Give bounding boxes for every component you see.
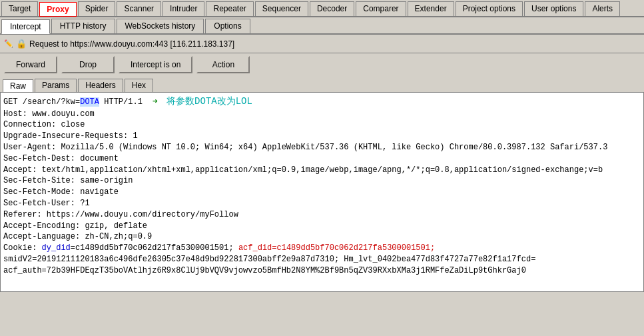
intercept-button[interactable]: Intercept is on <box>119 56 192 73</box>
line-host: Host: www.douyu.com <box>3 109 641 120</box>
line-user-agent: User-Agent: Mozilla/5.0 (Windows NT 10.0… <box>3 142 641 153</box>
tab-spider[interactable]: Spider <box>78 1 116 16</box>
lock-icon: 🔒 <box>16 39 27 49</box>
tab-intruder[interactable]: Intruder <box>162 1 204 16</box>
tab-project-options[interactable]: Project options <box>456 1 523 16</box>
cookie-line2: smidV2=20191211120183a6c496dfe26305c37e4… <box>3 254 641 265</box>
request-kw: DOTA <box>80 97 99 107</box>
subtab-http-history[interactable]: HTTP history <box>51 19 115 33</box>
line-accept-encoding: Accept-Encoding: gzip, deflate <box>3 221 641 232</box>
line-sec-fetch-dest: Sec-Fetch-Dest: document <box>3 153 641 165</box>
tab-user-options[interactable]: User options <box>524 1 583 16</box>
edit-icon[interactable]: ✏️ <box>4 39 13 48</box>
cookie-line: Cookie: dy_did=c1489dd5bf70c062d217fa530… <box>3 243 641 254</box>
line-referer: Referer: https://www.douyu.com/directory… <box>3 209 641 221</box>
request-line-post: HTTP/1.1 <box>99 97 143 107</box>
button-row: Forward Drop Intercept is on Action <box>0 53 644 76</box>
cookie-line3: acf_auth=72b39HFDEqzT35boVAtlhjz6R9x8ClU… <box>3 265 641 277</box>
main-nav: Target Proxy Spider Scanner Intruder Rep… <box>0 0 644 17</box>
cookie-dy-did: dy_did <box>42 243 71 253</box>
line-accept: Accept: text/html,application/xhtml+xml,… <box>3 165 641 176</box>
content-tabs: Raw Params Headers Hex <box>0 76 644 92</box>
tab-repeater[interactable]: Repeater <box>206 1 253 16</box>
line-sec-fetch-site: Sec-Fetch-Site: same-origin <box>3 175 641 187</box>
annotation-arrow: ➜ <box>153 97 158 107</box>
tab-alerts[interactable]: Alerts <box>585 1 620 16</box>
request-line-pre: GET /search/?kw= <box>3 97 80 107</box>
proxy-subtabs: Intercept HTTP history WebSockets histor… <box>0 17 644 35</box>
annotation-text: 将参数DOTA改为LOL <box>166 96 252 107</box>
forward-button[interactable]: Forward <box>4 56 57 73</box>
tab-scanner[interactable]: Scanner <box>117 1 161 16</box>
line-sec-fetch-mode: Sec-Fetch-Mode: navigate <box>3 187 641 198</box>
cookie-acf-did-label: acf_did <box>238 243 272 253</box>
line-upgrade: Upgrade-Insecure-Requests: 1 <box>3 131 641 142</box>
drop-button[interactable]: Drop <box>61 56 115 73</box>
content-tab-raw[interactable]: Raw <box>3 79 33 93</box>
cookie-sep2: =c1489dd5bf70c062d217fa5300001501; <box>272 243 435 253</box>
request-body[interactable]: GET /search/?kw=DOTA HTTP/1.1 ➜ 将参数DOTA改… <box>0 92 644 292</box>
subtab-intercept[interactable]: Intercept <box>1 19 50 34</box>
cookie-label: Cookie: <box>3 243 42 253</box>
toolbar-info: ✏️ 🔒 Request to https://www.douyu.com:44… <box>4 39 640 49</box>
tab-decoder[interactable]: Decoder <box>310 1 354 16</box>
request-info: Request to https://www.douyu.com:443 [11… <box>29 39 234 49</box>
tab-proxy[interactable]: Proxy <box>39 2 76 17</box>
subtab-options[interactable]: Options <box>205 19 250 33</box>
tab-comparer[interactable]: Comparer <box>356 1 406 16</box>
request-first-line: GET /search/?kw=DOTA HTTP/1.1 ➜ 将参数DOTA改… <box>3 95 641 109</box>
action-button[interactable]: Action <box>196 56 250 73</box>
content-tab-hex[interactable]: Hex <box>125 79 153 92</box>
content-tab-headers[interactable]: Headers <box>78 79 123 92</box>
tab-extender[interactable]: Extender <box>408 1 454 16</box>
subtab-websockets-history[interactable]: WebSockets history <box>117 19 204 33</box>
line-sec-fetch-user: Sec-Fetch-User: ?1 <box>3 198 641 209</box>
toolbar: ✏️ 🔒 Request to https://www.douyu.com:44… <box>0 35 644 53</box>
line-connection: Connection: close <box>3 119 641 131</box>
tab-target[interactable]: Target <box>1 1 38 16</box>
cookie-sep1: =c1489dd5bf70c062d217fa5300001501; <box>71 243 238 253</box>
line-accept-language: Accept-Language: zh-CN,zh;q=0.9 <box>3 231 641 243</box>
content-tab-params[interactable]: Params <box>35 79 77 92</box>
tab-sequencer[interactable]: Sequencer <box>255 1 308 16</box>
